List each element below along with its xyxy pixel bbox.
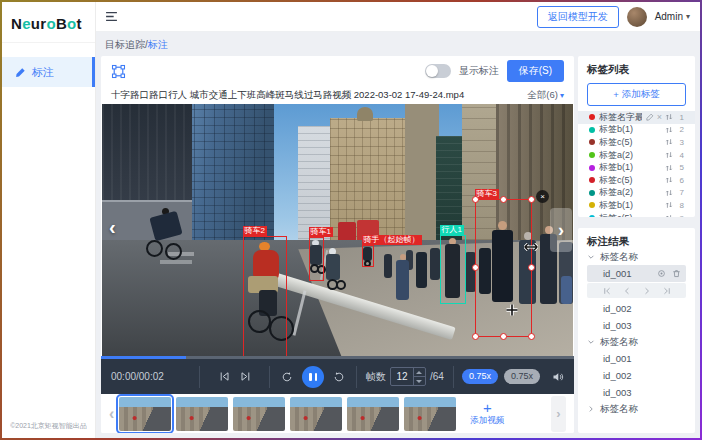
resize-handle[interactable] (500, 196, 507, 203)
show-annotations-toggle[interactable] (425, 64, 451, 78)
tag-row[interactable]: 标签b(1) 8 (587, 199, 686, 212)
topbar: 返回模型开发 Admin ▾ (95, 2, 700, 32)
speed-button[interactable]: 0.75x (504, 369, 540, 384)
prev-video-arrow[interactable]: ‹ (109, 216, 116, 239)
back-to-model-dev-button[interactable]: 返回模型开发 (537, 6, 619, 28)
resize-handle[interactable] (472, 196, 479, 203)
next-video-arrow[interactable]: › (550, 208, 572, 252)
tag-row[interactable]: 标签a(2) 4 (587, 149, 686, 162)
add-tag-button[interactable]: + 添加标签 (587, 83, 686, 106)
sort-icon[interactable] (665, 151, 673, 159)
scene-building (405, 104, 439, 256)
tag-row[interactable]: 标签名字最长数... × 1 (578, 111, 695, 124)
bbox-pedestrian1[interactable]: 行人1 (440, 235, 466, 304)
app-window: NeuroBot 标注 ©2021北京矩视智能出品 返回模型开发 Admin ▾… (0, 0, 702, 440)
chevron-down-icon (587, 338, 595, 346)
sort-icon[interactable] (665, 126, 673, 134)
filmstrip-right-arrow[interactable]: › (551, 396, 566, 432)
prev-frame-icon[interactable] (219, 371, 230, 382)
film-thumbnail[interactable] (176, 397, 228, 431)
user-menu[interactable]: Admin ▾ (655, 11, 690, 22)
next-frame-icon[interactable] (240, 371, 251, 382)
brand-logo: NeuroBot (2, 2, 95, 43)
content-area: 目标追踪/标注 显示标注 保存(S) 十字路口路口行人 城市交通上下班高峰斑马线… (95, 32, 700, 438)
frame-number-input[interactable] (391, 368, 413, 385)
result-group-collapsed[interactable]: 标签名称 (587, 401, 686, 417)
tag-row[interactable]: 标签c(5) 9 (587, 212, 686, 217)
page: NeuroBot 标注 ©2021北京矩视智能出品 返回模型开发 Admin ▾… (2, 2, 700, 438)
tag-row[interactable]: 标签b(1) 2 (587, 124, 686, 137)
sort-icon[interactable] (665, 176, 673, 184)
step-up-icon[interactable] (414, 368, 425, 377)
resize-handle[interactable] (472, 333, 479, 340)
result-group[interactable]: 标签名称 (587, 249, 686, 265)
film-thumbnail[interactable] (347, 397, 399, 431)
sidebar-item-annotate[interactable]: 标注 (2, 57, 95, 87)
film-thumbnail-selected[interactable] (119, 397, 171, 431)
last-frame-icon[interactable] (663, 287, 671, 295)
tag-color-dot (589, 177, 595, 183)
bbox-rider2[interactable]: 骑车2 (243, 236, 287, 356)
film-thumbnail[interactable] (233, 397, 285, 431)
locate-icon[interactable] (657, 269, 666, 278)
rewind-icon[interactable] (281, 371, 293, 383)
result-item-selected[interactable]: id_001 (587, 265, 686, 282)
result-group[interactable]: 标签名称 (587, 334, 686, 350)
step-down-icon[interactable] (414, 377, 425, 385)
result-item[interactable]: id_001 (587, 350, 686, 367)
bbox-rider1[interactable]: 骑车1 (309, 237, 324, 281)
plus-icon: + (483, 401, 492, 415)
sort-icon[interactable] (665, 189, 673, 197)
sort-icon[interactable] (665, 164, 673, 172)
next-frame-icon[interactable] (643, 287, 651, 295)
filmstrip-left-arrow[interactable]: ‹ (109, 405, 114, 423)
bounding-box-tool-icon[interactable] (111, 64, 126, 79)
box-close-icon[interactable]: × (536, 190, 549, 203)
video-frame[interactable]: 骑车2 骑车1 骑手（起始帧） 行人1 骑车3 × (102, 104, 573, 356)
film-thumbnail[interactable] (404, 397, 456, 431)
sort-icon[interactable] (665, 214, 673, 217)
chevron-down-icon: ▾ (686, 12, 690, 21)
collapse-menu-icon[interactable] (105, 10, 118, 23)
delete-tag-icon[interactable]: × (657, 113, 662, 121)
result-item[interactable]: id_002 (587, 367, 686, 384)
plus-icon: + (613, 89, 619, 100)
tag-row[interactable]: 标签a(2) 7 (587, 187, 686, 200)
frame-stepper (413, 368, 425, 385)
video-title: 十字路口路口行人 城市交通上下班高峰斑马线过马路视频 2022-03-02 17… (111, 89, 464, 102)
sort-icon[interactable] (665, 113, 673, 121)
edit-tag-icon[interactable] (646, 113, 654, 121)
bbox-label: 行人1 (440, 225, 464, 235)
volume-icon[interactable] (552, 371, 564, 383)
tag-color-dot (589, 127, 595, 133)
resize-handle[interactable] (528, 196, 535, 203)
resize-handle[interactable] (500, 333, 507, 340)
add-video-button[interactable]: + 添加视频 (461, 401, 513, 427)
delete-icon[interactable] (672, 269, 681, 278)
film-thumbnail[interactable] (290, 397, 342, 431)
avatar[interactable] (627, 7, 647, 27)
prev-frame-icon[interactable] (623, 287, 631, 295)
frame-pager (587, 283, 686, 298)
tag-row[interactable]: 标签b(1) 5 (587, 161, 686, 174)
result-item[interactable]: id_002 (587, 300, 686, 317)
tag-row[interactable]: 标签c(5) 6 (587, 174, 686, 187)
result-item[interactable]: id_003 (587, 384, 686, 401)
resize-handle[interactable] (472, 264, 479, 271)
pause-button[interactable] (302, 366, 324, 388)
bbox-rider-startframe[interactable]: 骑手（起始帧） (362, 245, 374, 267)
result-item[interactable]: id_003 (587, 317, 686, 334)
breadcrumb-parent[interactable]: 目标追踪 (105, 39, 145, 50)
resize-handle[interactable] (528, 333, 535, 340)
save-button[interactable]: 保存(S) (507, 60, 564, 82)
sort-icon[interactable] (665, 201, 673, 209)
scene-dome (357, 107, 373, 121)
first-frame-icon[interactable] (603, 287, 611, 295)
tag-row[interactable]: 标签c(5) 3 (587, 136, 686, 149)
speed-button-active[interactable]: 0.75x (462, 369, 498, 384)
forward-icon[interactable] (333, 371, 345, 383)
resize-handle[interactable] (528, 264, 535, 271)
label-filter-dropdown[interactable]: 全部(6) ▾ (527, 89, 564, 102)
bbox-rider3-selected[interactable]: 骑车3 (475, 199, 532, 337)
sort-icon[interactable] (665, 138, 673, 146)
